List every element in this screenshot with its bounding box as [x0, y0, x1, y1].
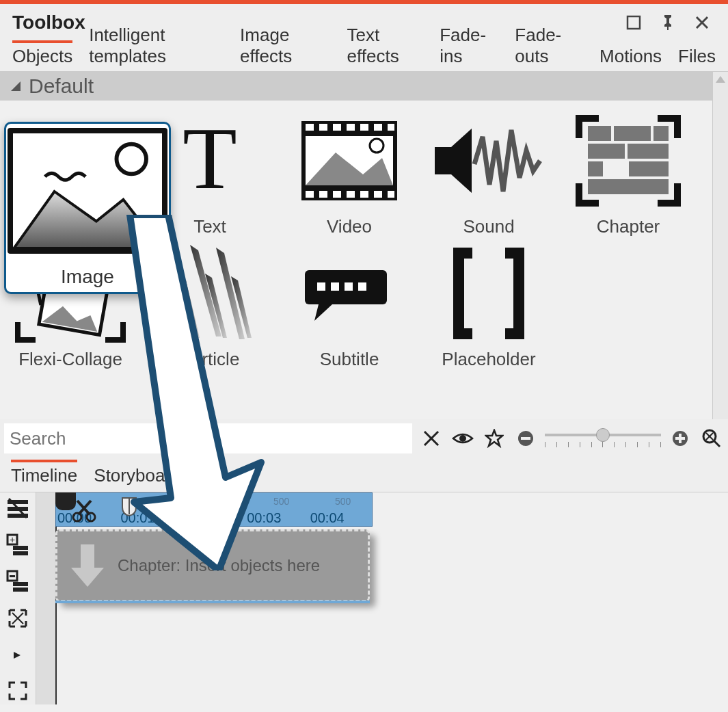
toolbox-window: Toolbox Objects Intelligent templates Im… [0, 0, 728, 712]
svg-rect-28 [628, 144, 669, 159]
pin-icon [660, 14, 675, 31]
object-image[interactable]: Image [4, 122, 171, 294]
vertical-scrollbar[interactable] [712, 72, 728, 419]
tab-intelligent-templates[interactable]: Intelligent templates [89, 19, 224, 71]
object-label: Image [61, 266, 114, 288]
tab-objects[interactable]: Objects [12, 40, 72, 71]
plus-icon [671, 430, 689, 447]
tracks-button[interactable] [4, 495, 31, 522]
zoom-slider[interactable] [545, 428, 661, 449]
search-input[interactable] [4, 423, 412, 453]
chapter-drop-zone[interactable]: Chapter: Insert objects here [55, 529, 370, 602]
favorite-toggle[interactable] [482, 426, 507, 451]
marker-button[interactable] [120, 497, 140, 517]
sound-icon [431, 107, 547, 213]
chapter-icon [570, 107, 686, 213]
section-header[interactable]: Default [0, 72, 712, 101]
svg-rect-68 [13, 546, 28, 550]
drop-zone-label: Chapter: Insert objects here [118, 556, 320, 575]
tab-fade-ins[interactable]: Fade-ins [440, 19, 498, 71]
tab-text-effects[interactable]: Text effects [347, 19, 424, 71]
svg-rect-14 [319, 191, 327, 198]
object-sound[interactable]: Sound [424, 107, 554, 237]
section-title: Default [29, 75, 94, 98]
image-icon [8, 128, 167, 254]
svg-rect-44 [317, 282, 325, 291]
maximize-button[interactable] [620, 9, 647, 36]
svg-rect-26 [653, 126, 669, 141]
svg-marker-39 [179, 276, 200, 338]
svg-point-51 [459, 435, 466, 442]
svg-rect-15 [333, 191, 341, 198]
tab-motions[interactable]: Motions [599, 40, 662, 71]
svg-rect-72 [13, 582, 28, 586]
add-track-icon: + [6, 533, 29, 557]
tab-storyboard[interactable]: Storyboard [94, 460, 180, 492]
search-row [0, 419, 728, 458]
zoom-reset-button[interactable] [699, 426, 724, 451]
svg-marker-43 [314, 304, 332, 321]
svg-marker-52 [486, 430, 502, 446]
down-arrow-icon [67, 542, 108, 590]
svg-text:+: + [10, 534, 15, 545]
tab-image-effects[interactable]: Image effects [240, 19, 331, 71]
svg-point-49 [116, 144, 146, 174]
zoom-in-button[interactable] [668, 426, 692, 451]
svg-rect-16 [347, 191, 355, 198]
object-subtitle[interactable]: Subtitle [284, 240, 414, 370]
zoom-out-button[interactable] [513, 426, 538, 451]
svg-rect-7 [319, 124, 327, 131]
fit-icon [7, 607, 29, 629]
expand-icon [7, 680, 29, 702]
svg-rect-10 [360, 124, 368, 131]
preview-toggle[interactable] [450, 426, 475, 451]
svg-rect-0 [628, 16, 640, 29]
object-label: Subtitle [320, 349, 379, 370]
object-video[interactable]: Video [284, 107, 414, 237]
add-track-button[interactable]: + [4, 531, 31, 558]
svg-rect-24 [588, 126, 611, 141]
clear-search-button[interactable] [419, 426, 444, 451]
remove-track-button[interactable] [4, 568, 31, 595]
object-placeholder[interactable]: Placeholder [424, 240, 554, 370]
fit-button[interactable] [4, 605, 31, 631]
svg-text:T: T [183, 120, 237, 202]
cut-button[interactable] [70, 497, 98, 524]
tab-fade-outs[interactable]: Fade-outs [515, 19, 583, 71]
tracks-icon [6, 497, 29, 520]
svg-rect-29 [588, 161, 603, 176]
svg-rect-6 [306, 124, 314, 131]
svg-rect-19 [388, 191, 394, 198]
svg-rect-46 [345, 282, 353, 291]
time-ruler[interactable]: 00:00 00:01 00:02 00:03 00:04 500 500 [55, 492, 728, 527]
track-gutter [36, 492, 57, 704]
svg-marker-23 [435, 129, 472, 193]
object-label: Video [327, 216, 372, 237]
object-chapter[interactable]: Chapter [563, 107, 693, 237]
close-icon [422, 430, 440, 447]
svg-rect-9 [347, 124, 355, 131]
play-menu-button[interactable] [4, 641, 31, 668]
pin-button[interactable] [654, 9, 682, 36]
timeline-pane[interactable]: 00:00 00:01 00:02 00:03 00:04 500 500 Ch… [36, 492, 728, 704]
svg-rect-69 [13, 551, 28, 555]
bottom-tabs: Timeline Storyboard [0, 458, 728, 492]
svg-rect-73 [13, 588, 28, 592]
expand-button[interactable] [4, 678, 31, 704]
svg-line-59 [714, 441, 720, 447]
time-marker: 00:04 [309, 510, 372, 526]
svg-rect-12 [388, 124, 394, 131]
tab-timeline[interactable]: Timeline [11, 460, 77, 492]
ruler-selection[interactable]: 00:00 00:01 00:02 00:03 00:04 500 500 [55, 492, 373, 527]
object-label: Flexi-Collage [18, 349, 122, 370]
tab-files[interactable]: Files [678, 40, 716, 71]
star-icon [485, 429, 504, 448]
close-button[interactable] [688, 9, 716, 36]
svg-rect-11 [374, 124, 382, 131]
svg-rect-47 [358, 282, 366, 291]
svg-rect-27 [588, 144, 625, 159]
svg-rect-8 [333, 124, 341, 131]
time-marker: 00:02 [183, 510, 245, 526]
minus-icon [517, 430, 535, 447]
shield-icon [120, 497, 139, 517]
